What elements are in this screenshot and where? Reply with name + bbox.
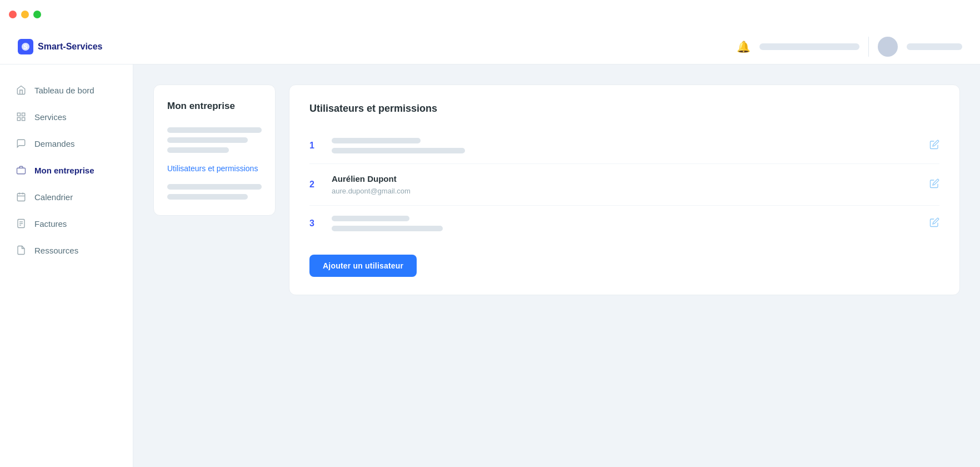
app: S Smart-Services 🔔 Tableau: [0, 29, 980, 467]
sidebar-item-demandes[interactable]: Demandes: [0, 131, 133, 156]
notification-icon[interactable]: 🔔: [737, 40, 751, 53]
user-name-bar: [907, 43, 962, 50]
user-info-3: [332, 216, 921, 231]
svg-rect-6: [17, 193, 25, 201]
row-number-3: 3: [309, 218, 332, 228]
header-right: 🔔: [737, 37, 962, 57]
table-row: 1: [309, 128, 939, 164]
skeleton-line: [332, 138, 421, 143]
sidebar-label-demandes: Demandes: [34, 139, 75, 148]
sidebar-label-mon-entreprise: Mon entreprise: [34, 166, 94, 175]
utilisateurs-permissions-link[interactable]: Utilisateurs et permissions: [167, 164, 262, 173]
sidebar-label-calendrier: Calendrier: [34, 192, 73, 202]
svg-rect-2: [22, 113, 25, 116]
skeleton-group-1: [167, 127, 262, 153]
svg-rect-3: [22, 118, 25, 121]
calendar-icon: [16, 191, 27, 202]
skeleton-line: [167, 137, 248, 143]
sidebar-label-services: Services: [34, 112, 67, 122]
header-search-bar: [759, 43, 859, 50]
sidebar-item-mon-entreprise[interactable]: Mon entreprise: [0, 158, 133, 182]
logo: S Smart-Services: [18, 39, 103, 54]
mon-entreprise-title: Mon entreprise: [167, 101, 262, 112]
grid-icon: [16, 111, 27, 122]
sidebar-label-tableau-de-bord: Tableau de bord: [34, 86, 94, 95]
logo-icon: S: [18, 39, 33, 54]
minimize-button[interactable]: [21, 11, 29, 18]
svg-rect-5: [17, 168, 26, 174]
maximize-button[interactable]: [33, 11, 41, 18]
user-name-2: Aurélien Dupont: [332, 174, 921, 183]
sidebar-item-ressources[interactable]: Ressources: [0, 238, 133, 262]
chat-icon: [16, 138, 27, 149]
body: Tableau de bord Services Demandes: [0, 64, 980, 467]
edit-icon-3[interactable]: [929, 217, 939, 230]
row-number-2: 2: [309, 180, 332, 190]
add-user-button[interactable]: Ajouter un utilisateur: [309, 255, 417, 277]
sidebar-label-factures: Factures: [34, 219, 67, 228]
header-divider: [868, 37, 869, 57]
skeleton-line: [167, 147, 229, 153]
main-content: Mon entreprise Utilisateurs et permissio…: [133, 64, 980, 467]
svg-rect-1: [17, 113, 20, 116]
skeleton-line: [332, 148, 465, 153]
skeleton-group-2: [167, 184, 262, 200]
user-info-2: Aurélien Dupont aure.dupont@gmail.com: [332, 174, 921, 195]
briefcase-icon: [16, 165, 27, 176]
table-row: 3: [309, 206, 939, 241]
skeleton-line: [167, 184, 262, 190]
mon-entreprise-card: Mon entreprise Utilisateurs et permissio…: [153, 85, 276, 216]
file-icon: [16, 245, 27, 256]
table-row: 2 Aurélien Dupont aure.dupont@gmail.com: [309, 164, 939, 206]
skeleton-line: [167, 127, 262, 133]
skeleton-line: [332, 216, 409, 221]
avatar: [878, 37, 898, 57]
edit-icon-2[interactable]: [929, 178, 939, 191]
utilisateurs-permissions-card: Utilisateurs et permissions 1: [289, 85, 960, 295]
row-number-1: 1: [309, 141, 332, 151]
edit-icon-1[interactable]: [929, 140, 939, 152]
sidebar-item-services[interactable]: Services: [0, 105, 133, 129]
logo-text: Smart-Services: [38, 42, 103, 52]
invoice-icon: [16, 218, 27, 229]
skeleton-line: [332, 226, 443, 231]
sidebar-item-factures[interactable]: Factures: [0, 211, 133, 236]
sidebar-item-tableau-de-bord[interactable]: Tableau de bord: [0, 78, 133, 102]
utilisateurs-permissions-title: Utilisateurs et permissions: [309, 103, 939, 115]
svg-rect-4: [17, 118, 20, 121]
user-info-1: [332, 138, 921, 153]
sidebar-item-calendrier[interactable]: Calendrier: [0, 185, 133, 209]
sidebar-label-ressources: Ressources: [34, 246, 78, 255]
skeleton-line: [167, 194, 248, 200]
home-icon: [16, 85, 27, 96]
svg-text:S: S: [23, 43, 27, 50]
header: S Smart-Services 🔔: [0, 29, 980, 64]
user-email-2: aure.dupont@gmail.com: [332, 187, 921, 195]
titlebar: [0, 0, 980, 29]
close-button[interactable]: [9, 11, 17, 18]
sidebar: Tableau de bord Services Demandes: [0, 64, 133, 467]
